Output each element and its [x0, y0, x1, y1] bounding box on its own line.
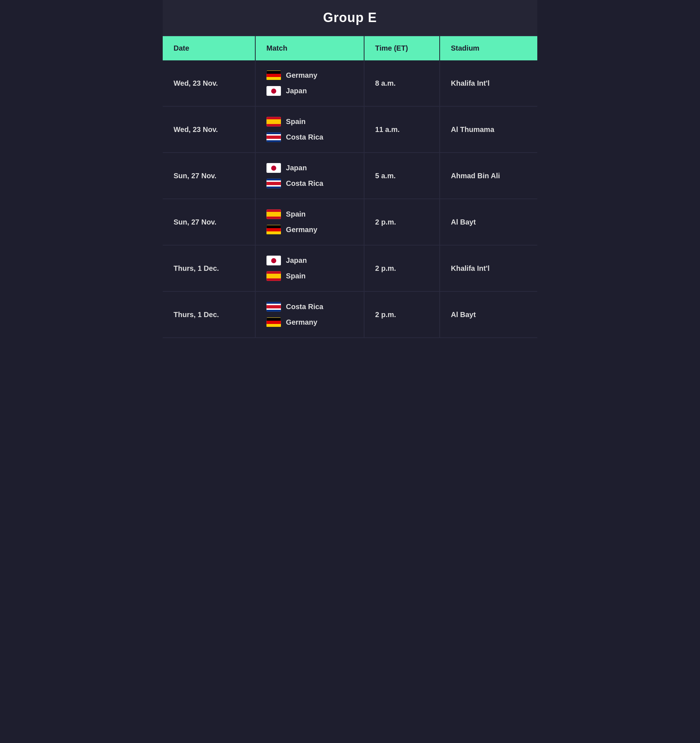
time-cell: 11 a.m.: [364, 106, 440, 152]
flag-spain: [266, 117, 281, 127]
stadium-cell: Khalifa Int'l: [440, 61, 537, 106]
flag-germany: [266, 317, 281, 327]
team-name: Germany: [286, 318, 317, 327]
col-date: Date: [163, 36, 255, 61]
date-cell: Wed, 23 Nov.: [163, 61, 255, 106]
stadium-cell: Al Bayt: [440, 199, 537, 245]
table-row: Sun, 27 Nov.SpainGermany2 p.m.Al Bayt: [163, 199, 537, 245]
stadium-cell: Al Bayt: [440, 292, 537, 338]
team-row: Costa Rica: [266, 179, 353, 188]
team-row: Japan: [266, 163, 353, 173]
team-name: Spain: [286, 272, 306, 280]
flag-costa-rica: [266, 132, 281, 142]
stadium-cell: Al Thumama: [440, 106, 537, 152]
match-cell: SpainCosta Rica: [255, 106, 364, 152]
time-cell: 2 p.m.: [364, 292, 440, 338]
team-row: Germany: [266, 71, 353, 80]
match-cell: JapanCosta Rica: [255, 152, 364, 199]
schedule-table: Date Match Time (ET) Stadium Wed, 23 Nov…: [163, 36, 537, 338]
team-row: Spain: [266, 271, 353, 281]
team-row: Japan: [266, 86, 353, 96]
team-row: Spain: [266, 117, 353, 127]
date-cell: Thurs, 1 Dec.: [163, 245, 255, 292]
team-row: Japan: [266, 256, 353, 265]
main-container: Group E Date Match Time (ET) Stadium Wed…: [163, 0, 537, 338]
team-row: Spain: [266, 209, 353, 219]
table-row: Wed, 23 Nov.GermanyJapan8 a.m.Khalifa In…: [163, 61, 537, 106]
date-cell: Sun, 27 Nov.: [163, 199, 255, 245]
table-header: Date Match Time (ET) Stadium: [163, 36, 537, 61]
time-cell: 5 a.m.: [364, 152, 440, 199]
col-time: Time (ET): [364, 36, 440, 61]
team-name: Costa Rica: [286, 179, 323, 188]
team-name: Spain: [286, 117, 306, 126]
col-stadium: Stadium: [440, 36, 537, 61]
flag-spain: [266, 209, 281, 219]
flag-germany: [266, 71, 281, 80]
team-name: Costa Rica: [286, 303, 323, 311]
match-cell: JapanSpain: [255, 245, 364, 292]
team-row: Costa Rica: [266, 132, 353, 142]
title-row: Group E: [163, 0, 537, 36]
flag-germany: [266, 225, 281, 235]
team-name: Japan: [286, 87, 307, 95]
col-match: Match: [255, 36, 364, 61]
flag-japan: [266, 256, 281, 265]
table-row: Sun, 27 Nov.JapanCosta Rica5 a.m.Ahmad B…: [163, 152, 537, 199]
team-row: Germany: [266, 225, 353, 235]
team-name: Germany: [286, 226, 317, 234]
flag-japan: [266, 163, 281, 173]
match-cell: SpainGermany: [255, 199, 364, 245]
match-cell: GermanyJapan: [255, 61, 364, 106]
team-name: Japan: [286, 256, 307, 265]
flag-spain: [266, 271, 281, 281]
table-row: Thurs, 1 Dec.JapanSpain2 p.m.Khalifa Int…: [163, 245, 537, 292]
flag-japan: [266, 86, 281, 96]
date-cell: Wed, 23 Nov.: [163, 106, 255, 152]
team-name: Germany: [286, 71, 317, 80]
group-title: Group E: [170, 10, 530, 25]
date-cell: Sun, 27 Nov.: [163, 152, 255, 199]
stadium-cell: Ahmad Bin Ali: [440, 152, 537, 199]
table-body: Wed, 23 Nov.GermanyJapan8 a.m.Khalifa In…: [163, 61, 537, 338]
team-row: Costa Rica: [266, 302, 353, 312]
stadium-cell: Khalifa Int'l: [440, 245, 537, 292]
table-row: Wed, 23 Nov.SpainCosta Rica11 a.m.Al Thu…: [163, 106, 537, 152]
time-cell: 8 a.m.: [364, 61, 440, 106]
team-name: Costa Rica: [286, 133, 323, 141]
table-row: Thurs, 1 Dec.Costa RicaGermany2 p.m.Al B…: [163, 292, 537, 338]
flag-costa-rica: [266, 179, 281, 188]
header-row: Date Match Time (ET) Stadium: [163, 36, 537, 61]
time-cell: 2 p.m.: [364, 245, 440, 292]
team-row: Germany: [266, 317, 353, 327]
match-cell: Costa RicaGermany: [255, 292, 364, 338]
team-name: Japan: [286, 164, 307, 172]
date-cell: Thurs, 1 Dec.: [163, 292, 255, 338]
flag-costa-rica: [266, 302, 281, 312]
team-name: Spain: [286, 210, 306, 218]
time-cell: 2 p.m.: [364, 199, 440, 245]
